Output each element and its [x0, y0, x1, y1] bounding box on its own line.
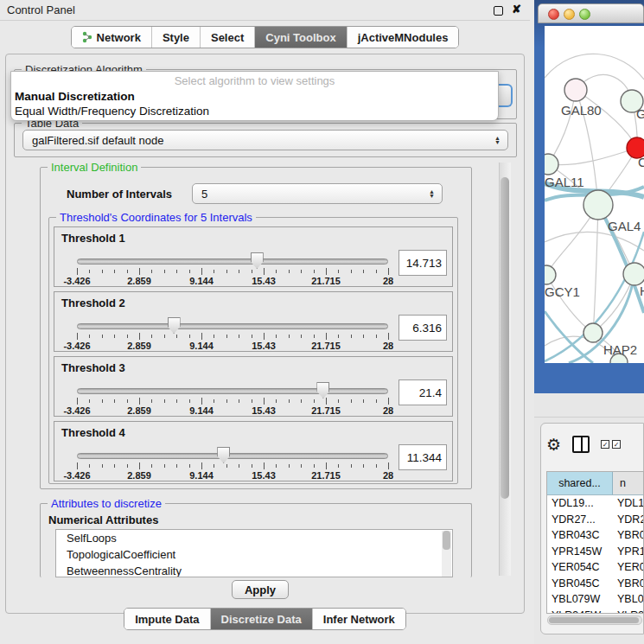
- cell[interactable]: YBR043C: [547, 529, 613, 541]
- slider-thumb[interactable]: [251, 252, 264, 269]
- list-item[interactable]: SelfLoops: [56, 530, 452, 546]
- num-intervals-value: 5: [201, 188, 207, 201]
- tick-label: 21.715: [311, 341, 341, 351]
- slider-tick-labels: -3.4262.8599.14415.4321.71528: [77, 405, 388, 416]
- numerical-attributes-list[interactable]: SelfLoops TopologicalCoefficient Between…: [55, 529, 453, 577]
- tab-discretize-data[interactable]: Discretize Data: [211, 609, 313, 629]
- list-item[interactable]: TopologicalCoefficient: [56, 546, 452, 563]
- tick-label: 15.43: [252, 276, 276, 286]
- panel-scrollbar-thumb[interactable]: [501, 177, 509, 499]
- algorithm-combobox[interactable]: [497, 84, 513, 107]
- checkbox-icon[interactable]: ✓: [612, 440, 621, 449]
- tick-label: 15.43: [252, 341, 276, 351]
- cell[interactable]: YBL0: [613, 593, 643, 605]
- tick-label: 9.144: [189, 405, 214, 416]
- slider-track[interactable]: [77, 388, 388, 394]
- node-hap2[interactable]: [583, 323, 603, 342]
- table-horizontal-scrollbar[interactable]: [547, 615, 642, 625]
- tab-style[interactable]: Style: [152, 27, 201, 48]
- cell[interactable]: YBL079W: [547, 593, 613, 605]
- tab-jactivemnodules[interactable]: jActiveMNodules: [348, 27, 459, 48]
- cell[interactable]: YBR0: [613, 529, 643, 541]
- cell[interactable]: YDR2: [613, 513, 643, 526]
- tab-select[interactable]: Select: [201, 27, 255, 48]
- cell[interactable]: YER0: [613, 561, 643, 573]
- column-header-shared[interactable]: shared...: [547, 472, 613, 494]
- cell[interactable]: YPR145W: [547, 545, 613, 558]
- tab-network[interactable]: Network: [72, 27, 152, 48]
- slider-track[interactable]: [77, 258, 388, 265]
- num-intervals-combobox[interactable]: 5 ▲▼: [192, 183, 443, 204]
- gear-icon[interactable]: ⚙: [546, 437, 561, 453]
- minimize-traffic-light-icon[interactable]: [564, 9, 575, 20]
- table-row[interactable]: YPR145WYPR1: [547, 544, 643, 560]
- cell[interactable]: YPR1: [613, 545, 643, 558]
- thresholds-title: Threshold's Coordinates for 5 Intervals: [56, 211, 256, 224]
- slider-track[interactable]: [77, 453, 388, 459]
- column-header-name[interactable]: n: [613, 472, 643, 494]
- apply-button[interactable]: Apply: [232, 580, 289, 599]
- node-gal11[interactable]: [545, 154, 558, 175]
- table-row[interactable]: YBR043CYBR0: [547, 527, 643, 544]
- threshold-2-value-field[interactable]: 6.316: [399, 315, 447, 341]
- table-row[interactable]: YDR27...YDR2: [547, 512, 643, 528]
- close-traffic-light-icon[interactable]: [548, 9, 559, 20]
- cell[interactable]: YDR27...: [547, 513, 613, 526]
- node-label: C: [638, 155, 644, 169]
- table-row[interactable]: YDL19...YDL1: [547, 495, 643, 512]
- tick-label: 21.715: [311, 470, 341, 481]
- threshold-1-panel: Threshold 1 -3.4262.8599.14415.4321.7152…: [54, 226, 453, 287]
- split-columns-icon[interactable]: [572, 436, 590, 453]
- list-scrollbar[interactable]: [442, 531, 451, 577]
- node-gcy1[interactable]: [545, 265, 556, 284]
- node-h[interactable]: [623, 263, 644, 285]
- threshold-4-value-field[interactable]: 11.344: [399, 444, 447, 470]
- threshold-3-slider[interactable]: -3.4262.8599.14415.4321.71528: [77, 383, 388, 416]
- control-panel: Control Panel ✘ Network Style Select Cyn…: [0, 0, 530, 644]
- table-row[interactable]: YBL079WYBL0: [547, 591, 643, 608]
- close-icon[interactable]: ✘: [512, 3, 521, 16]
- slider-ticks: [77, 333, 388, 340]
- node-label: GAL80: [561, 103, 602, 118]
- cell[interactable]: YBR045C: [547, 577, 613, 590]
- cell[interactable]: YDL1: [613, 497, 643, 509]
- slider-thumb[interactable]: [316, 382, 329, 399]
- algorithm-dropdown-popup: Select algorithm to view settings Manual…: [10, 71, 499, 121]
- cell[interactable]: YLR3: [613, 609, 643, 614]
- table-row[interactable]: YBR045CYBR0: [547, 576, 643, 592]
- network-window-titlebar[interactable]: [538, 3, 644, 23]
- tab-impute-data[interactable]: Impute Data: [124, 609, 210, 629]
- list-item[interactable]: BetweennessCentrality: [56, 563, 452, 577]
- tick-label: 28: [383, 470, 393, 481]
- network-view-canvas[interactable]: GAL80 GA C GAL11 GAL4 GCY1 H HAP2: [545, 26, 644, 363]
- tab-infer-network[interactable]: Infer Network: [313, 609, 405, 629]
- node-gal80[interactable]: [564, 79, 587, 101]
- table-data-combobox[interactable]: galFiltered.sif default node ▲▼: [22, 130, 508, 150]
- table-row[interactable]: YLR345WYLR3: [547, 608, 643, 615]
- threshold-2-slider[interactable]: -3.4262.8599.14415.4321.71528: [77, 318, 388, 351]
- checkbox-icon[interactable]: ✓: [601, 440, 609, 449]
- threshold-3-value-field[interactable]: 21.4: [399, 379, 447, 405]
- slider-thumb[interactable]: [217, 447, 230, 463]
- scrollbar-thumb[interactable]: [549, 617, 639, 623]
- slider-track[interactable]: [77, 323, 388, 329]
- threshold-1-value-field[interactable]: 14.713: [399, 250, 447, 276]
- threshold-1-slider[interactable]: -3.4262.8599.14415.4321.71528: [77, 253, 388, 286]
- cell[interactable]: YER054C: [547, 561, 613, 573]
- dropdown-option-equal-width[interactable]: Equal Width/Frequency Discretization: [15, 105, 209, 118]
- node-gal4[interactable]: [583, 190, 613, 220]
- table-row[interactable]: YER054CYER0: [547, 559, 643, 576]
- dropdown-option-manual[interactable]: Manual Discretization: [15, 90, 135, 103]
- float-window-icon[interactable]: [494, 6, 503, 16]
- cell[interactable]: YLR345W: [547, 609, 613, 614]
- scrollbar-thumb[interactable]: [443, 531, 450, 550]
- node-attribute-table[interactable]: shared... n YDL19...YDL1 YDR27...YDR2 YB…: [546, 471, 644, 614]
- cell[interactable]: YBR0: [613, 577, 643, 590]
- cell[interactable]: YDL19...: [547, 497, 613, 509]
- threshold-4-slider[interactable]: -3.4262.8599.14415.4321.71528: [77, 448, 388, 481]
- slider-thumb[interactable]: [168, 317, 181, 334]
- tab-cyni-toolbox[interactable]: Cyni Toolbox: [255, 27, 347, 48]
- zoom-traffic-light-icon[interactable]: [579, 9, 590, 20]
- threshold-3-label: Threshold 3: [61, 361, 125, 374]
- slider-tick-labels: -3.4262.8599.14415.4321.71528: [77, 276, 388, 286]
